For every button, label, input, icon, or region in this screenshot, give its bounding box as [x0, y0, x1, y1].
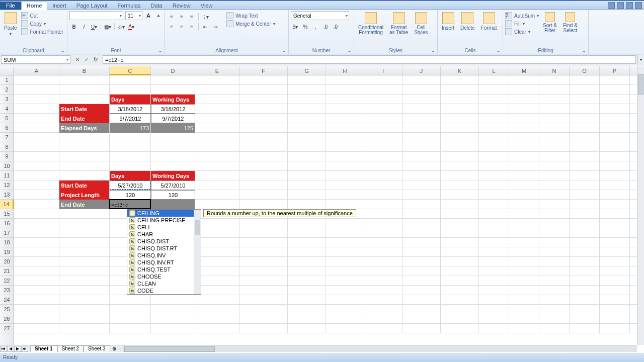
sheet-nav-last[interactable]: ⏭ — [21, 346, 28, 352]
cell[interactable] — [364, 305, 403, 314]
cell[interactable] — [14, 238, 59, 247]
cell[interactable] — [14, 266, 59, 276]
cell[interactable] — [479, 247, 509, 257]
decrease-decimal-button[interactable]: .0 — [331, 22, 340, 31]
font-name-combo[interactable] — [69, 11, 123, 20]
restore-icon[interactable] — [626, 2, 633, 9]
cell[interactable] — [195, 104, 239, 114]
autocomplete-item[interactable]: fxCELL — [127, 224, 201, 231]
cell[interactable] — [539, 75, 570, 85]
cell[interactable] — [239, 286, 288, 295]
cell[interactable] — [195, 85, 239, 95]
cell[interactable] — [14, 104, 59, 114]
cell[interactable] — [539, 104, 570, 114]
cell[interactable] — [570, 305, 600, 314]
cell[interactable] — [59, 95, 110, 104]
cell[interactable] — [441, 266, 479, 276]
cell[interactable] — [326, 171, 364, 180]
cell[interactable] — [600, 266, 630, 276]
row-header-11[interactable]: 11 — [0, 171, 14, 180]
cell[interactable] — [195, 314, 239, 324]
cell[interactable] — [570, 142, 600, 152]
cell[interactable] — [364, 171, 403, 180]
col-header-k[interactable]: K — [441, 66, 479, 75]
row-header-8[interactable]: 8 — [0, 142, 14, 152]
grow-font-button[interactable]: A — [144, 11, 152, 20]
cell[interactable] — [570, 104, 600, 114]
cell[interactable] — [364, 276, 403, 286]
cell[interactable] — [59, 257, 110, 266]
cell[interactable] — [239, 324, 288, 333]
cell[interactable] — [364, 238, 403, 247]
col-header-b[interactable]: B — [59, 66, 110, 75]
cell[interactable] — [539, 286, 570, 295]
cell[interactable] — [441, 228, 479, 238]
cell[interactable] — [59, 161, 110, 171]
cell[interactable] — [403, 257, 441, 266]
fill-button[interactable]: Fill▾ — [505, 20, 539, 27]
cell[interactable] — [59, 305, 110, 314]
cell[interactable] — [600, 228, 630, 238]
cell[interactable] — [479, 114, 509, 123]
cell[interactable] — [326, 180, 364, 190]
cell[interactable] — [600, 314, 630, 324]
cell[interactable]: 120 — [110, 190, 151, 200]
row-header-19[interactable]: 19 — [0, 247, 14, 257]
cell[interactable] — [441, 171, 479, 180]
cell[interactable] — [509, 295, 539, 305]
cell[interactable] — [441, 133, 479, 142]
close-icon[interactable] — [635, 2, 642, 9]
cell[interactable] — [441, 152, 479, 161]
cell[interactable] — [195, 324, 239, 333]
col-header-j[interactable]: J — [403, 66, 441, 75]
cell[interactable] — [239, 247, 288, 257]
cell[interactable] — [14, 95, 59, 104]
autocomplete-item[interactable]: fxCEILING — [127, 210, 201, 217]
row-header-3[interactable]: 3 — [0, 95, 14, 104]
cell[interactable] — [509, 180, 539, 190]
cell[interactable] — [288, 133, 326, 142]
cell[interactable] — [403, 123, 441, 133]
cell[interactable] — [479, 266, 509, 276]
cell[interactable] — [364, 152, 403, 161]
tab-home[interactable]: Home — [21, 1, 48, 10]
autocomplete-item[interactable]: fxCHISQ.INV.RT — [127, 259, 201, 266]
cell[interactable] — [600, 114, 630, 123]
cell[interactable] — [539, 276, 570, 286]
cell[interactable] — [509, 286, 539, 295]
cell[interactable] — [288, 247, 326, 257]
cell[interactable] — [570, 209, 600, 219]
cell[interactable] — [364, 85, 403, 95]
cell[interactable] — [441, 295, 479, 305]
italic-button[interactable]: I — [79, 22, 89, 31]
cell[interactable] — [364, 200, 403, 209]
cell[interactable] — [403, 324, 441, 333]
cell[interactable] — [539, 324, 570, 333]
cell[interactable] — [326, 247, 364, 257]
cell[interactable] — [151, 305, 195, 314]
cell[interactable] — [14, 295, 59, 305]
cell[interactable] — [326, 161, 364, 171]
cell[interactable] — [14, 190, 59, 200]
cell[interactable] — [364, 104, 403, 114]
cell[interactable] — [195, 200, 239, 209]
cell[interactable] — [479, 314, 509, 324]
cell[interactable] — [539, 295, 570, 305]
cell[interactable] — [326, 75, 364, 85]
row-header-23[interactable]: 23 — [0, 286, 14, 295]
cell[interactable] — [195, 171, 239, 180]
cell[interactable] — [288, 114, 326, 123]
cell[interactable] — [288, 257, 326, 266]
cell[interactable] — [441, 75, 479, 85]
cell[interactable] — [441, 85, 479, 95]
cell[interactable] — [479, 219, 509, 228]
cell[interactable] — [288, 200, 326, 209]
cell[interactable] — [479, 85, 509, 95]
cell[interactable] — [600, 295, 630, 305]
horizontal-scrollbar[interactable] — [123, 346, 637, 352]
cell[interactable] — [539, 266, 570, 276]
cell[interactable]: 125 — [151, 123, 195, 133]
cell[interactable]: End Date — [59, 114, 110, 123]
cell[interactable]: 5/27/2010 — [110, 180, 151, 190]
cell[interactable] — [364, 219, 403, 228]
